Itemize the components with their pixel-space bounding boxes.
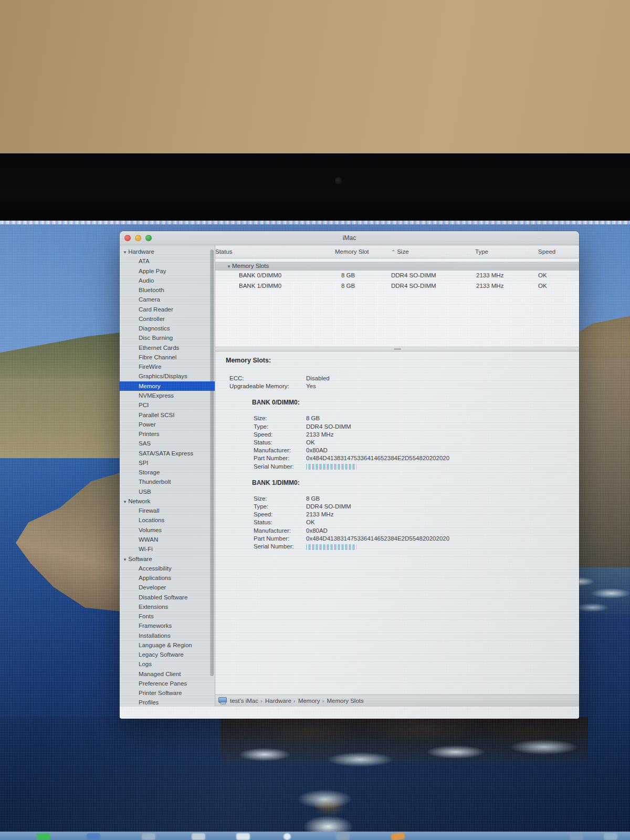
sidebar-item[interactable]: Software <box>120 554 215 564</box>
sidebar-item[interactable]: FireWire <box>120 362 215 371</box>
sidebar-item[interactable]: ATA <box>120 256 215 266</box>
sidebar-item-label: Audio <box>139 277 154 284</box>
sidebar-item[interactable]: USB <box>120 487 215 496</box>
breadcrumb-item[interactable]: test's iMac <box>230 698 258 704</box>
sidebar-item[interactable]: Controller <box>120 314 215 324</box>
sidebar-item[interactable]: Preference Panes <box>120 679 215 688</box>
sidebar-item-label: Storage <box>139 469 160 475</box>
dock-icon[interactable] <box>391 832 405 840</box>
table-column-header[interactable]: Speed <box>538 245 555 258</box>
sidebar-item[interactable]: Managed Client <box>120 669 215 679</box>
sidebar-item[interactable]: PCI <box>120 400 215 410</box>
breadcrumb-item[interactable]: Hardware <box>260 698 291 704</box>
sidebar-item[interactable]: Disabled Software <box>120 593 215 602</box>
sidebar-item[interactable]: Applications <box>120 573 215 583</box>
detail-row: Speed:2133 MHz <box>215 431 579 439</box>
table-row[interactable]: BANK 1/DIMM0 8 GB DDR4 SO-DIMM 2133 MHz … <box>215 281 579 292</box>
sidebar-item-label: Logs <box>139 661 152 667</box>
dock-icon[interactable] <box>604 833 617 840</box>
disclosure-triangle-icon[interactable]: ▼ <box>227 264 231 269</box>
sidebar-item[interactable]: Network <box>120 496 215 506</box>
sidebar-item[interactable]: Power <box>120 420 215 429</box>
sidebar-item[interactable]: Frameworks <box>120 621 215 630</box>
detail-row: Speed:2133 MHz <box>215 511 579 518</box>
sidebar-item[interactable]: Bluetooth <box>120 285 215 295</box>
sidebar-item[interactable]: Firewall <box>120 506 215 515</box>
dock-icon[interactable] <box>142 833 155 840</box>
sidebar-item[interactable]: Locations <box>120 515 215 525</box>
dock-icon[interactable] <box>284 833 291 840</box>
window-titlebar[interactable]: iMac <box>120 231 579 245</box>
detail-label: Status: <box>254 439 306 447</box>
sidebar-item[interactable]: Disc Burning <box>120 333 215 343</box>
sidebar-item[interactable]: Extensions <box>120 602 215 611</box>
sidebar-item[interactable]: SPI <box>120 458 215 468</box>
sidebar-item[interactable]: Printers <box>120 429 215 439</box>
sidebar-item-label: Managed Client <box>139 671 181 677</box>
sidebar-item[interactable]: Printer Software <box>120 688 215 698</box>
table-column-header[interactable]: Memory Slot <box>335 245 369 258</box>
sidebar-item-label: Fibre Channel <box>139 354 176 360</box>
sidebar-item[interactable]: Profiles <box>120 698 215 707</box>
dock-icon[interactable] <box>236 833 250 840</box>
table-row[interactable]: BANK 0/DIMM0 8 GB DDR4 SO-DIMM 2133 MHz … <box>215 271 579 281</box>
detail-row: ECC:Disabled <box>215 375 579 382</box>
sidebar-item[interactable]: Hardware <box>120 247 215 256</box>
detail-value: 8 GB <box>306 415 320 421</box>
detail-value <box>306 464 356 470</box>
splitter-grip-icon <box>394 348 401 350</box>
sidebar-item[interactable]: Installations <box>120 631 215 640</box>
sidebar-item[interactable]: Storage <box>120 468 215 477</box>
dock-icon[interactable] <box>570 833 583 840</box>
bank0-section: BANK 0/DIMM0: Size:8 GB Type:DDR4 SO-DI <box>215 399 579 470</box>
sidebar-item[interactable]: NVMExpress <box>120 391 215 400</box>
sidebar-item[interactable]: Fonts <box>120 611 215 621</box>
sidebar-item[interactable]: Developer <box>120 583 215 592</box>
sidebar-item-label: Software <box>128 556 152 562</box>
breadcrumb: test's iMac Hardware Memory Memory Slots <box>230 698 364 704</box>
detail-label: Manufacturer: <box>254 447 306 454</box>
table-column-header[interactable]: Size <box>391 245 409 258</box>
sidebar-item[interactable]: Language & Region <box>120 640 215 650</box>
sidebar-item[interactable]: Parallel SCSI <box>120 410 215 420</box>
sidebar-item[interactable]: Apple Pay <box>120 266 215 276</box>
detail-value: 8 GB <box>306 495 320 502</box>
sidebar-item[interactable]: Fibre Channel <box>120 352 215 362</box>
detail-value: 2133 MHz <box>306 511 333 517</box>
sidebar-item[interactable]: Memory <box>120 381 215 391</box>
breadcrumb-item[interactable]: Memory <box>293 698 320 704</box>
table-column-header[interactable]: Status <box>215 245 233 258</box>
sidebar-item[interactable]: Audio <box>120 276 215 285</box>
sidebar-item[interactable]: WWAN <box>120 535 215 544</box>
detail-row: Upgradeable Memory:Yes <box>215 382 579 390</box>
detail-row: Status:OK <box>215 439 579 447</box>
sidebar-item[interactable]: Camera <box>120 295 215 304</box>
detail-row: Part Number:0x484D413831475336414652384E… <box>215 454 579 462</box>
sidebar-item[interactable]: Wi-Fi <box>120 544 215 554</box>
sidebar-item[interactable]: Ethernet Cards <box>120 343 215 352</box>
sidebar-item[interactable]: Graphics/Displays <box>120 371 215 381</box>
sidebar-item-label: Installations <box>139 632 171 639</box>
sidebar-item[interactable]: Diagnostics <box>120 324 215 333</box>
dock-icon[interactable] <box>192 833 205 840</box>
detail-row: Type:DDR4 SO-DIMM <box>215 503 579 511</box>
dock-strip[interactable] <box>0 832 630 840</box>
sidebar-item[interactable]: Logs <box>120 659 215 669</box>
table-column-header[interactable]: Type <box>475 245 488 258</box>
detail-value: Disabled <box>306 375 330 381</box>
sidebar-item[interactable]: Volumes <box>120 525 215 535</box>
dock-icon[interactable] <box>37 833 50 840</box>
sidebar-item-label: Extensions <box>139 604 168 610</box>
sidebar-item[interactable]: SATA/SATA Express <box>120 449 215 458</box>
sidebar-item[interactable]: Legacy Software <box>120 650 215 659</box>
dock-icon[interactable] <box>87 833 100 840</box>
dock-icon[interactable] <box>336 833 350 840</box>
sidebar-item[interactable]: Accessibility <box>120 564 215 573</box>
sidebar-item[interactable]: Card Reader <box>120 305 215 314</box>
pane-splitter[interactable] <box>215 347 579 351</box>
table-group-row[interactable]: ▼Memory Slots <box>215 262 579 271</box>
sidebar-item[interactable]: Thunderbolt <box>120 477 215 486</box>
sidebar-item[interactable]: SAS <box>120 439 215 448</box>
sidebar-item-label: Memory <box>139 383 161 389</box>
breadcrumb-item[interactable]: Memory Slots <box>322 698 363 704</box>
